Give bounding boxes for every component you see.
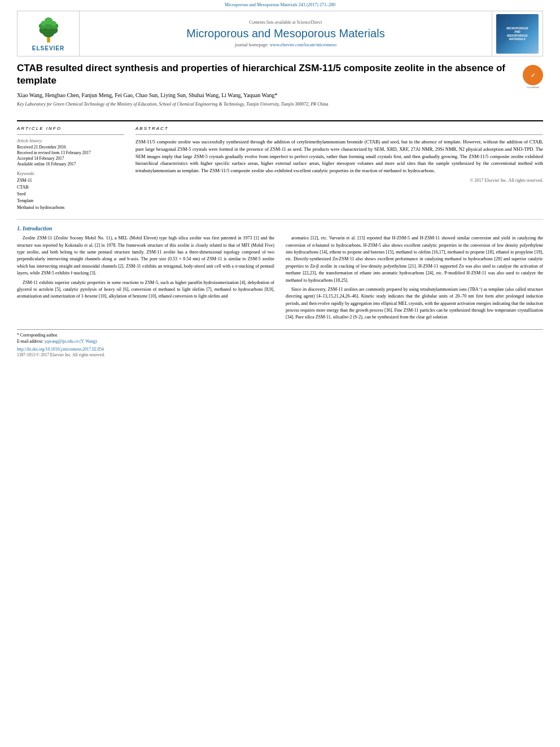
homepage-link[interactable]: www.elsevier.com/locate/micromeso bbox=[270, 42, 336, 47]
keyword-seed: Seed bbox=[17, 191, 124, 198]
keywords-label: Keywords: bbox=[17, 171, 124, 176]
journal-reference: Microporous and Mesoporous Materials 243… bbox=[225, 2, 335, 7]
article-title: CTAB resulted direct synthesis and prope… bbox=[17, 62, 543, 87]
journal-cover-image: MICROPOROUS AND MESOPOROUS MATERIALS bbox=[496, 14, 539, 54]
footnote-area: * Corresponding author. E-mail address: … bbox=[17, 329, 543, 358]
journal-title-display: Microporous and Mesoporous Materials bbox=[89, 27, 483, 40]
abstract-text: ZSM-11/5 composite zeolite was successfu… bbox=[135, 138, 543, 174]
article-info-column: Article Info Article history: Received 2… bbox=[17, 126, 124, 211]
intro-right-col: aromatics [12], etc. Varvarin et al. [13… bbox=[286, 235, 543, 324]
journal-cover-text: MICROPOROUS AND MESOPOROUS MATERIALS bbox=[504, 24, 530, 43]
elsevier-logo: ELSEVIER bbox=[32, 16, 65, 51]
crossmark-badge[interactable]: ✓ CrossMark bbox=[523, 65, 543, 89]
affiliation-line: Key Laboratory for Green Chemical Techno… bbox=[17, 102, 543, 107]
keyword-template: Template bbox=[17, 198, 124, 204]
section-title-text: Introduction bbox=[23, 225, 52, 231]
keyword-zsm11: ZSM-11 bbox=[17, 177, 124, 184]
abstract-heading: Abstract bbox=[135, 126, 543, 131]
issn-copyright: 1387-1811/© 2017 Elsevier Inc. All right… bbox=[17, 352, 105, 357]
authors-line: Xiao Wang, Hengbao Chen, Fanjun Meng, Fe… bbox=[17, 91, 543, 99]
top-bar: Microporous and Mesoporous Materials 243… bbox=[0, 0, 560, 8]
available-date: Available online 16 February 2017 bbox=[17, 161, 124, 167]
crossmark-label: CrossMark bbox=[523, 86, 543, 89]
article-title-section: ✓ CrossMark CTAB resulted direct synthes… bbox=[17, 62, 543, 115]
email-line: E-mail address: yqwang@tju.edu.cn (Y. Wa… bbox=[17, 338, 543, 344]
main-content: ✓ CrossMark CTAB resulted direct synthes… bbox=[17, 62, 543, 357]
svg-point-9 bbox=[51, 21, 56, 26]
accepted-date: Accepted 14 February 2017 bbox=[17, 156, 124, 161]
email-label: E-mail address: bbox=[17, 339, 43, 344]
section-number: 1. bbox=[17, 225, 21, 231]
received-date: Received 21 December 2016 bbox=[17, 145, 124, 150]
introduction-section: 1. Introduction Zeolite ZSM-11 (Zeolite … bbox=[17, 219, 543, 324]
intro-right-text: aromatics [12], etc. Varvarin et al. [13… bbox=[286, 235, 543, 321]
email-link[interactable]: yqwang@tju.edu.cn (Y. Wang). bbox=[45, 339, 98, 344]
revised-date: Received in revised form 13 February 201… bbox=[17, 150, 124, 155]
homepage-line: journal homepage: www.elsevier.com/locat… bbox=[89, 42, 483, 47]
sciencedirect-label: Contents lists available at ScienceDirec… bbox=[89, 20, 483, 25]
history-label: Article history: bbox=[17, 138, 124, 143]
intro-two-columns: Zeolite ZSM-11 (Zeolite Socony Mobil No.… bbox=[17, 235, 543, 324]
article-info-heading: Article Info bbox=[17, 126, 124, 131]
keyword-mth: Methanol to hydrocarbons bbox=[17, 204, 124, 211]
article-info-abstract: Article Info Article history: Received 2… bbox=[17, 120, 543, 211]
copyright-line: © 2017 Elsevier Inc. All rights reserved… bbox=[135, 178, 543, 183]
journal-cover-section: MICROPOROUS AND MESOPOROUS MATERIALS bbox=[492, 12, 542, 56]
corresponding-author: * Corresponding author. bbox=[17, 332, 543, 338]
intro-left-col: Zeolite ZSM-11 (Zeolite Socony Mobil No.… bbox=[17, 235, 274, 324]
crossmark-circle: ✓ bbox=[523, 65, 543, 85]
elsevier-tree-icon bbox=[32, 16, 65, 44]
intro-left-text: Zeolite ZSM-11 (Zeolite Socony Mobil No.… bbox=[17, 235, 274, 300]
section-title-line: 1. Introduction bbox=[17, 225, 543, 231]
article-info-divider bbox=[17, 134, 124, 135]
elsevier-logo-section: ELSEVIER bbox=[18, 11, 80, 56]
abstract-column: Abstract ZSM-11/5 composite zeolite was … bbox=[135, 126, 543, 211]
keywords-section: Keywords: ZSM-11 CTAB Seed Template Meth… bbox=[17, 171, 124, 211]
footer-links: http://dx.doi.org/10.1016/j.micromeso.20… bbox=[17, 347, 543, 357]
doi-link[interactable]: http://dx.doi.org/10.1016/j.micromeso.20… bbox=[17, 347, 543, 352]
journal-info-center: Contents lists available at ScienceDirec… bbox=[80, 15, 492, 52]
svg-point-8 bbox=[41, 21, 46, 26]
keyword-ctab: CTAB bbox=[17, 184, 124, 191]
abstract-divider bbox=[135, 134, 543, 135]
elsevier-wordmark: ELSEVIER bbox=[32, 45, 64, 51]
journal-header: ELSEVIER Contents lists available at Sci… bbox=[17, 11, 543, 56]
